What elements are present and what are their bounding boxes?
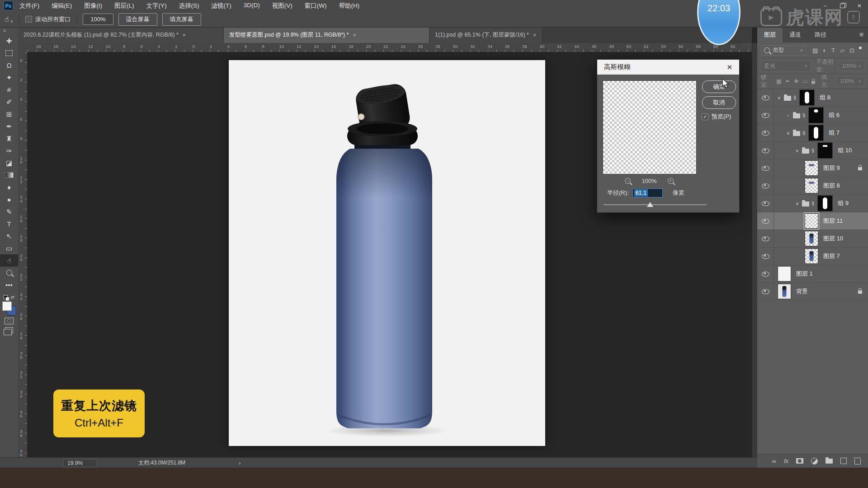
visibility-cell[interactable] xyxy=(757,248,774,265)
radius-slider[interactable] xyxy=(604,201,707,208)
dialog-title-bar[interactable]: 高斯模糊 ✕ xyxy=(597,60,739,75)
document-tab[interactable]: 2020.6.22课程片头模板 (1).psd @ 82.7% (主要内容, R… xyxy=(18,27,224,43)
filter-type-dropdown[interactable]: 类型 ∨ xyxy=(761,45,806,56)
eye-icon[interactable] xyxy=(762,289,769,294)
layer-thumbnail[interactable] xyxy=(817,142,833,159)
visibility-cell[interactable] xyxy=(757,212,774,230)
eye-icon[interactable] xyxy=(762,254,769,259)
filter-kind-icon[interactable]: ▱ xyxy=(840,47,844,54)
collapse-tools-button[interactable]: » xyxy=(0,27,18,35)
restore-button[interactable] xyxy=(834,0,851,11)
visibility-cell[interactable] xyxy=(757,124,774,141)
visibility-cell[interactable] xyxy=(757,230,774,247)
hand-tool-icon[interactable]: ☝ xyxy=(5,15,9,23)
zoom-in-icon[interactable]: + xyxy=(668,178,674,184)
eye-icon[interactable] xyxy=(762,113,769,118)
new-group-icon[interactable] xyxy=(826,459,833,464)
eyedropper-tool[interactable]: ✐ xyxy=(1,96,17,108)
layer-row[interactable]: 图层 7 xyxy=(757,248,868,265)
menu-item[interactable]: 选择(S) xyxy=(179,2,199,10)
hand-tool[interactable]: ☝ xyxy=(0,254,18,267)
eye-icon[interactable] xyxy=(762,236,769,241)
layer-thumbnail[interactable] xyxy=(817,195,833,211)
blend-mode-select[interactable]: 柔光 ∨ xyxy=(761,61,811,72)
zoom-tool[interactable] xyxy=(1,267,17,279)
tab-channels[interactable]: 通道 xyxy=(783,27,808,42)
menu-item[interactable]: 窗口(W) xyxy=(305,2,327,10)
dialog-close-icon[interactable]: ✕ xyxy=(726,63,732,71)
shape-tool[interactable]: ▭ xyxy=(1,242,17,254)
expand-caret-icon[interactable]: › xyxy=(786,113,791,118)
layer-thumbnail[interactable] xyxy=(778,284,791,299)
fit-screen-button[interactable]: 适合屏幕 xyxy=(118,13,157,26)
tab-paths[interactable]: 路径 xyxy=(808,27,833,42)
new-layer-icon[interactable] xyxy=(840,458,847,464)
eye-icon[interactable] xyxy=(762,201,769,206)
lock-option-icon[interactable]: ▦ xyxy=(776,78,781,84)
fill-screen-button[interactable]: 填充屏幕 xyxy=(162,13,201,26)
layer-thumbnail[interactable] xyxy=(808,107,824,123)
cancel-button[interactable]: 取消 xyxy=(702,96,736,109)
eye-icon[interactable] xyxy=(762,183,769,188)
layer-thumbnail[interactable] xyxy=(805,178,818,193)
close-tab-icon[interactable]: × xyxy=(353,32,356,38)
zoom-level-field[interactable]: 19.9% xyxy=(63,459,97,467)
filter-kind-icon[interactable]: ⊡ xyxy=(849,47,854,54)
screen-mode-button[interactable] xyxy=(5,327,13,333)
layer-thumbnail[interactable] xyxy=(799,89,815,106)
close-tab-icon[interactable]: × xyxy=(533,32,536,38)
blur-tool[interactable]: ♦ xyxy=(1,181,17,193)
expand-caret-icon[interactable]: ∨ xyxy=(795,201,800,206)
eye-icon[interactable] xyxy=(762,95,769,100)
layer-row[interactable]: 图层 9 xyxy=(757,160,868,177)
chevron-down-icon[interactable]: ∨ xyxy=(10,19,14,23)
gradient-tool[interactable] xyxy=(1,169,17,181)
visibility-cell[interactable] xyxy=(757,265,774,282)
visibility-cell[interactable] xyxy=(757,142,774,159)
preview-checkbox[interactable]: ✓ xyxy=(702,113,708,120)
lock-option-icon[interactable]: ▭ xyxy=(802,78,807,84)
ok-button[interactable]: 确定 xyxy=(702,80,736,93)
type-tool[interactable]: T xyxy=(1,218,17,230)
eraser-tool[interactable]: ◪ xyxy=(1,157,17,169)
eye-icon[interactable] xyxy=(762,148,769,153)
layer-row[interactable]: 图层 1 xyxy=(757,265,868,283)
minimize-button[interactable]: – xyxy=(816,0,834,11)
layer-row[interactable]: 图层 8 xyxy=(757,177,868,195)
menu-item[interactable]: 滤镜(T) xyxy=(212,2,231,10)
layer-row[interactable]: 背景 xyxy=(757,283,868,300)
panel-menu-icon[interactable]: ≡ xyxy=(859,27,868,42)
layer-row[interactable]: ∨§组 10 xyxy=(757,142,868,160)
eye-icon[interactable] xyxy=(762,272,769,277)
fill-select[interactable]: 100% ∨ xyxy=(837,76,864,86)
zoom-100-button[interactable]: 100% xyxy=(83,14,113,25)
swap-colors-icon[interactable]: ⇄ xyxy=(10,295,14,300)
close-tab-icon[interactable]: × xyxy=(183,32,186,38)
visibility-cell[interactable] xyxy=(757,89,774,106)
dodge-tool[interactable]: ● xyxy=(1,193,17,206)
slider-thumb[interactable] xyxy=(647,202,653,207)
layer-row[interactable]: ∨§组 9 xyxy=(757,195,868,212)
delete-layer-icon[interactable] xyxy=(854,459,861,465)
history-brush-tool[interactable]: ✑ xyxy=(1,145,17,157)
marquee-tool[interactable] xyxy=(1,47,17,59)
layer-thumbnail[interactable] xyxy=(778,266,791,282)
eye-icon[interactable] xyxy=(762,131,769,136)
adjustment-layer-icon[interactable] xyxy=(811,458,818,465)
layer-style-icon[interactable]: fx xyxy=(784,458,788,465)
menu-item[interactable]: 视图(V) xyxy=(272,2,292,10)
layer-thumbnail[interactable] xyxy=(805,213,818,229)
filter-kind-icon[interactable]: T xyxy=(831,47,835,54)
layer-row[interactable]: ›§组 6 xyxy=(757,107,868,124)
pen-tool[interactable]: ✎ xyxy=(1,206,17,218)
filter-kind-icon[interactable]: ◐ xyxy=(823,47,826,54)
more-tools[interactable]: ••• xyxy=(1,279,17,291)
document-tab[interactable]: 1(1).psd @ 65.1% (下, 图层蒙版/16) *× xyxy=(429,27,542,43)
path-select-tool[interactable]: ↖ xyxy=(1,230,17,242)
layer-thumbnail[interactable] xyxy=(808,125,824,141)
blur-preview-area[interactable] xyxy=(603,80,697,174)
expand-caret-icon[interactable]: ∨ xyxy=(786,131,791,136)
status-chevron-icon[interactable]: › xyxy=(239,460,241,466)
layer-thumbnail[interactable] xyxy=(805,160,818,176)
filter-kind-icon[interactable]: ▨ xyxy=(812,47,818,54)
